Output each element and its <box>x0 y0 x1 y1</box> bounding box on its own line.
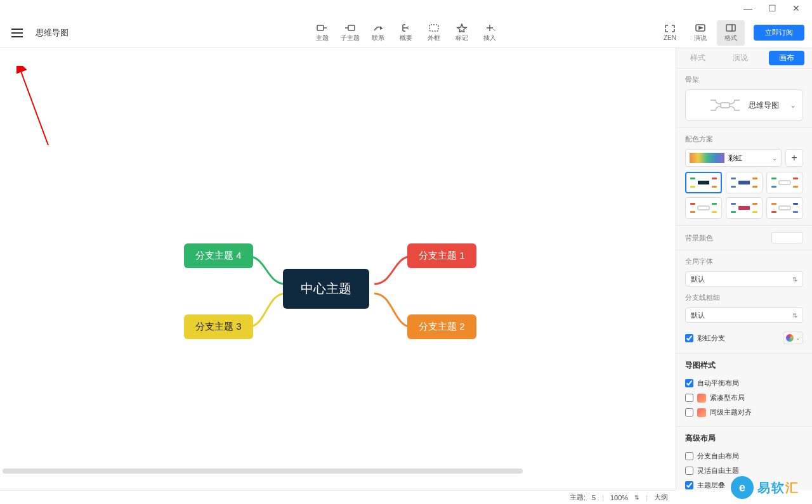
close-button[interactable]: ✕ <box>792 4 801 13</box>
svg-rect-1 <box>348 25 355 30</box>
theme-preset-1[interactable] <box>685 172 722 193</box>
zoom-level[interactable]: 100% <box>610 494 628 501</box>
svg-rect-22 <box>698 206 709 210</box>
background-color-picker[interactable] <box>771 232 803 243</box>
watermark: e 易软汇 <box>731 476 799 499</box>
svg-rect-20 <box>793 178 798 179</box>
relation-button[interactable]: 联系 <box>364 20 392 46</box>
theme-preset-6[interactable] <box>766 197 803 219</box>
svg-rect-15 <box>752 178 757 179</box>
minimize-button[interactable]: — <box>743 4 752 13</box>
svg-rect-0 <box>317 25 324 30</box>
present-button[interactable]: 演说 <box>686 20 714 46</box>
updown-icon: ⇅ <box>792 276 797 283</box>
color-scheme-label: 配色方案 <box>685 134 803 144</box>
canvas[interactable]: 中心主题 分支主题 1 分支主题 2 分支主题 3 分支主题 4 <box>0 48 676 490</box>
theme-preset-5[interactable] <box>726 197 763 219</box>
svg-rect-25 <box>712 203 717 205</box>
rainbow-swatch <box>690 153 724 163</box>
add-scheme-button[interactable]: + <box>785 149 803 167</box>
svg-rect-23 <box>690 203 695 205</box>
svg-line-5 <box>20 70 48 145</box>
svg-rect-35 <box>793 203 798 205</box>
advanced-title: 高级布局 <box>685 433 803 444</box>
updown-icon: ⇅ <box>792 312 797 319</box>
svg-rect-31 <box>752 211 757 213</box>
summary-icon <box>400 23 412 32</box>
theme-preset-4[interactable] <box>685 197 722 219</box>
svg-rect-7 <box>698 181 709 184</box>
global-font-selector[interactable]: 默认 ⇅ <box>685 271 803 287</box>
zoom-chevron[interactable]: ⇅ <box>634 494 639 501</box>
annotation-arrow <box>16 66 55 148</box>
svg-rect-17 <box>779 181 790 184</box>
boundary-button[interactable]: 外框 <box>420 20 448 46</box>
svg-rect-13 <box>731 178 736 179</box>
topic-count: 5 <box>592 494 596 501</box>
svg-rect-11 <box>712 186 717 188</box>
svg-rect-27 <box>738 206 750 210</box>
background-label: 背景颜色 <box>685 233 713 243</box>
subtopic-icon <box>344 23 356 32</box>
marker-button[interactable]: 标记 <box>448 20 476 46</box>
tab-canvas[interactable]: 画布 <box>769 51 804 65</box>
horizontal-scrollbar[interactable] <box>1 468 536 475</box>
branch-topic-3[interactable]: 分支主题 3 <box>184 314 253 339</box>
subtopic-button[interactable]: 子主题 <box>336 20 364 46</box>
branch-width-selector[interactable]: 默认 ⇅ <box>685 307 803 323</box>
svg-rect-28 <box>731 203 736 205</box>
subscribe-button[interactable]: 立即订阅 <box>754 25 804 41</box>
svg-rect-34 <box>771 211 776 213</box>
relation-icon <box>372 23 384 32</box>
rainbow-branch-picker[interactable]: ⌄ <box>783 332 803 344</box>
svg-rect-29 <box>731 211 736 213</box>
theme-preset-3[interactable] <box>766 172 803 193</box>
svg-rect-8 <box>690 178 695 179</box>
free-layout-checkbox[interactable]: 分支自由布局 <box>685 449 803 463</box>
boundary-icon <box>428 23 440 32</box>
branch-topic-1[interactable]: 分支主题 1 <box>407 243 476 268</box>
outline-button[interactable]: 大纲 <box>654 493 668 502</box>
svg-rect-9 <box>690 186 695 188</box>
map-style-title: 导图样式 <box>685 360 803 371</box>
watermark-logo: e <box>731 476 754 499</box>
svg-rect-19 <box>771 186 776 188</box>
topic-button[interactable]: 主题 <box>308 20 336 46</box>
svg-rect-24 <box>690 211 695 213</box>
svg-rect-6 <box>721 103 730 108</box>
document-title: 思维导图 <box>36 27 69 39</box>
svg-rect-30 <box>752 203 757 205</box>
compact-checkbox[interactable]: 紧凑型布局 <box>685 391 803 405</box>
rainbow-branch-checkbox[interactable]: 彩虹分支 ⌄ <box>685 329 803 347</box>
svg-rect-32 <box>779 206 790 210</box>
pro-badge <box>697 394 706 403</box>
tab-style[interactable]: 样式 <box>684 50 712 66</box>
topic-count-label: 主题: <box>570 493 586 502</box>
center-topic[interactable]: 中心主题 <box>283 269 369 309</box>
align-checkbox[interactable]: 同级主题对齐 <box>685 405 803 420</box>
branch-topic-4[interactable]: 分支主题 4 <box>184 243 253 268</box>
summary-button[interactable]: 概要 <box>392 20 420 46</box>
svg-rect-16 <box>752 186 757 188</box>
menu-button[interactable] <box>11 25 27 41</box>
pro-badge <box>697 408 706 417</box>
theme-preset-2[interactable] <box>726 172 763 193</box>
svg-rect-12 <box>738 181 750 184</box>
color-scheme-selector[interactable]: 彩虹 ⌄ <box>685 149 782 167</box>
chevron-down-icon: ⌄ <box>772 155 777 162</box>
structure-selector[interactable]: 思维导图 ⌄ <box>685 89 803 121</box>
svg-rect-36 <box>793 211 798 213</box>
svg-rect-18 <box>771 178 776 179</box>
zen-button[interactable]: ZEN <box>656 20 684 46</box>
svg-rect-4 <box>726 25 735 31</box>
plus-icon <box>484 23 495 32</box>
branch-topic-2[interactable]: 分支主题 2 <box>407 314 476 339</box>
maximize-button[interactable]: ☐ <box>768 4 776 13</box>
insert-button[interactable]: 插入 <box>476 20 504 46</box>
format-button[interactable]: 格式 <box>717 20 745 46</box>
tab-present[interactable]: 演说 <box>726 50 754 66</box>
svg-rect-14 <box>731 186 736 188</box>
auto-balance-checkbox[interactable]: 自动平衡布局 <box>685 376 803 391</box>
branch-width-label: 分支线粗细 <box>685 293 803 302</box>
present-icon <box>695 23 706 32</box>
